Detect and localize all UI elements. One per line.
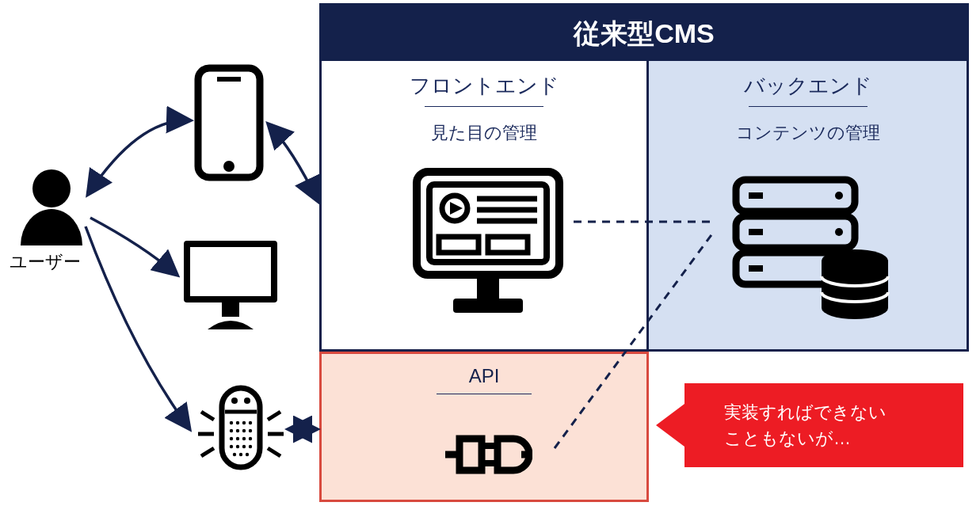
svg-point-45 <box>231 438 232 439</box>
svg-point-54 <box>240 454 242 455</box>
svg-point-46 <box>237 438 238 439</box>
callout-box: 実装すればできない こともないが… <box>684 383 963 467</box>
plug-icon <box>445 433 532 477</box>
svg-point-52 <box>250 446 251 447</box>
backend-panel: バックエンド コンテンツの管理 <box>649 59 969 352</box>
svg-point-47 <box>243 438 245 439</box>
svg-point-43 <box>243 430 245 432</box>
svg-point-51 <box>243 446 245 447</box>
svg-point-42 <box>237 430 238 432</box>
frontend-title: フロントエンド <box>322 61 646 100</box>
svg-point-35 <box>244 398 250 404</box>
svg-point-41 <box>231 430 232 432</box>
svg-line-58 <box>201 448 214 456</box>
svg-point-26 <box>32 169 71 207</box>
svg-line-61 <box>268 448 280 456</box>
backend-underline <box>749 106 868 107</box>
frontend-panel: フロントエンド 見た目の管理 <box>319 59 649 352</box>
svg-rect-8 <box>477 275 499 299</box>
svg-rect-7 <box>488 237 528 253</box>
cms-header: 従来型CMS <box>319 3 969 65</box>
svg-point-55 <box>246 454 248 455</box>
api-title: API <box>322 354 646 387</box>
callout-line2: こともないが… <box>724 425 940 451</box>
svg-line-59 <box>268 412 280 420</box>
server-database-icon <box>728 172 894 322</box>
smartphone-icon <box>193 63 265 182</box>
frontend-subtitle: 見た目の管理 <box>322 121 646 145</box>
monitor-play-icon <box>409 164 567 322</box>
svg-point-29 <box>223 161 235 172</box>
svg-rect-9 <box>453 299 523 313</box>
smart-speaker-icon <box>193 380 288 483</box>
svg-point-48 <box>250 438 251 439</box>
svg-point-37 <box>231 422 232 424</box>
svg-rect-32 <box>222 302 239 317</box>
svg-point-39 <box>243 422 245 424</box>
api-underline <box>437 394 532 394</box>
svg-point-53 <box>234 454 235 455</box>
svg-line-56 <box>201 412 214 420</box>
svg-point-15 <box>835 228 843 236</box>
api-panel: API <box>319 352 649 502</box>
svg-point-38 <box>237 422 238 424</box>
desktop-icon <box>179 236 282 331</box>
svg-point-34 <box>231 398 238 404</box>
svg-rect-31 <box>190 247 271 296</box>
backend-subtitle: コンテンツの管理 <box>649 121 967 145</box>
user-label: ユーザー <box>10 250 81 274</box>
svg-point-49 <box>231 446 232 447</box>
svg-point-12 <box>835 192 843 200</box>
user-icon <box>16 166 87 245</box>
backend-title: バックエンド <box>649 61 967 100</box>
svg-point-40 <box>250 422 251 424</box>
svg-rect-6 <box>439 237 479 253</box>
callout-line1: 実装すればできない <box>724 399 940 425</box>
frontend-underline <box>425 106 543 107</box>
svg-point-44 <box>250 430 251 432</box>
header-title: 従来型CMS <box>574 18 715 48</box>
svg-point-50 <box>237 446 238 447</box>
